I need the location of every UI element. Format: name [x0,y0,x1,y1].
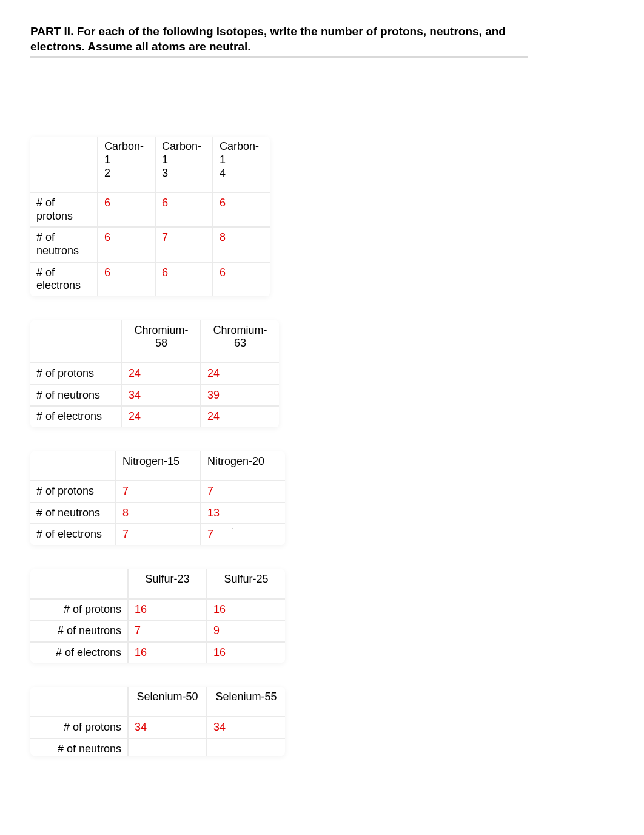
col-header: Sulfur-23 [127,569,206,598]
col-header: Chromium-63 [200,320,279,362]
col-header: Selenium-55 [206,687,285,716]
answer-cell: 8 [212,226,270,261]
instructions-header: PART II. For each of the following isoto… [30,24,528,58]
table-nitrogen: Nitrogen-15 Nitrogen-20 # of protons 7 7… [30,451,285,545]
row-label-protons: # of protons [30,598,127,620]
answer-cell: 6 [212,192,270,226]
answer-cell: 39 [200,384,279,406]
answer-cell: 7 [200,523,285,545]
answer-cell: 7 [127,620,206,641]
col-header: Nitrogen-20 [200,451,285,481]
col-header: Sulfur-25 [206,569,285,598]
col-header: Chromium-58 [121,320,200,362]
answer-cell: 6 [97,192,155,226]
answer-cell [127,738,206,756]
table-carbon: Carbon-1 2 Carbon-1 3 Carbon-1 4 # of pr… [30,137,270,296]
col-header: Carbon-1 4 [212,137,270,192]
answer-cell: 13 [200,502,285,524]
answer-cell: 8 [115,502,200,524]
answer-cell: 24 [121,362,200,384]
answer-cell: 6 [155,192,212,226]
answer-cell: 7 [155,226,212,261]
table-sulfur: Sulfur-23 Sulfur-25 # of protons 16 16 #… [30,569,285,663]
answer-cell [206,738,285,756]
row-label-neutrons: # of neutrons [30,384,121,406]
col-header: Carbon-1 2 [97,137,155,192]
answer-cell: 16 [206,641,285,663]
row-label-protons: # of protons [30,480,115,502]
row-label-electrons: # of electrons [30,262,97,296]
row-label-electrons: # of electrons [30,405,121,427]
answer-cell: 6 [155,262,212,296]
row-label-electrons: # of electrons [30,641,127,663]
col-header: Selenium-50 [127,687,206,716]
table-chromium: Chromium-58 Chromium-63 # of protons 24 … [30,320,279,427]
answer-cell: 6 [97,226,155,261]
answer-cell: 24 [200,405,279,427]
answer-cell: 24 [121,405,200,427]
answer-cell: 16 [206,598,285,620]
answer-cell: 16 [127,641,206,663]
row-label-neutrons: # of neutrons [30,620,127,641]
answer-cell: 6 [97,262,155,296]
answer-cell: 34 [127,716,206,738]
table-selenium: Selenium-50 Selenium-55 # of protons 34 … [30,687,285,756]
col-header: Nitrogen-15 [115,451,200,481]
answer-cell: 24 [200,362,279,384]
answer-cell: 16 [127,598,206,620]
row-label-protons: # of protons [30,192,97,226]
row-label-neutrons: # of neutrons [30,226,97,261]
col-header: Carbon-1 3 [155,137,212,192]
row-label-protons: # of protons [30,362,121,384]
answer-cell: 6 [212,262,270,296]
answer-cell: 9 [206,620,285,641]
row-label-neutrons: # of neutrons [30,738,127,756]
answer-cell: 34 [206,716,285,738]
stray-dot [213,528,215,540]
row-label-neutrons: # of neutrons [30,502,115,524]
answer-cell: 34 [121,384,200,406]
row-label-electrons: # of electrons [30,523,115,545]
answer-cell: 7 [115,480,200,502]
answer-cell: 7 [200,480,285,502]
answer-cell: 7 [115,523,200,545]
row-label-protons: # of protons [30,716,127,738]
